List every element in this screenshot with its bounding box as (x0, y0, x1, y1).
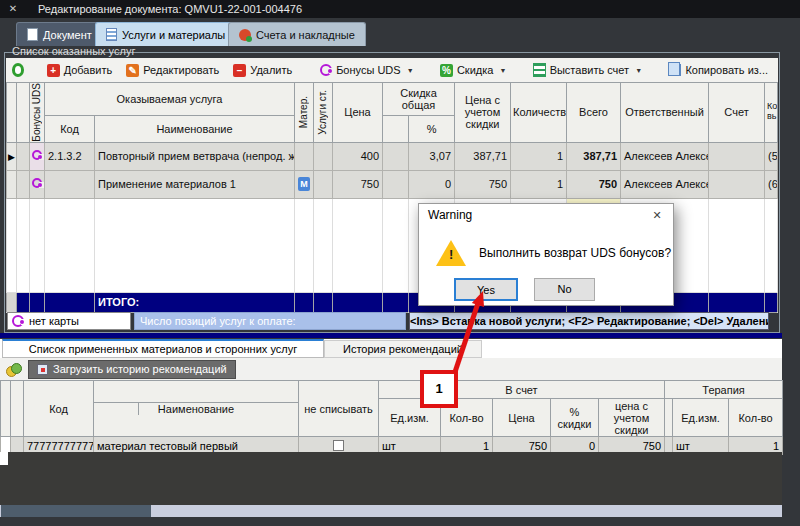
delete-label: Удалить (250, 64, 292, 76)
col-header-code[interactable]: Код (24, 381, 94, 437)
col-header-discount-pct[interactable]: % скидки (551, 399, 599, 437)
service-code (45, 170, 95, 198)
tab-document[interactable]: Документ (16, 22, 103, 46)
card-status: нет карты (7, 312, 131, 330)
col-header-price-discounted[interactable]: Цена с учетом скидки (455, 83, 511, 143)
col-header-responsible[interactable]: Ответственный (621, 83, 709, 143)
issue-invoice-label: Выставить счет (550, 64, 630, 76)
col-header-uds-bonuses[interactable]: Бонусы UDS (30, 83, 45, 143)
no-writeoff-checkbox[interactable] (333, 440, 344, 451)
material-icon: М (298, 177, 310, 191)
add-label: Добавить (64, 64, 113, 76)
service-row-1[interactable]: ▶ 2.1.3.2 Повторный прием ветврача (непр… (7, 142, 778, 170)
window-close-icon[interactable]: ✕ (2, 1, 24, 17)
col-header-name[interactable]: Наименование (95, 116, 295, 143)
add-button[interactable]: + Добавить (43, 62, 117, 79)
tab-recommendation-history[interactable]: История рекомендаций (324, 340, 482, 358)
col-header-total[interactable]: Всего (567, 83, 621, 143)
service-discount-pct: 0 (409, 170, 455, 198)
uds-icon (12, 315, 24, 327)
tab-invoices-label: Счета и накладные (256, 29, 355, 41)
current-row-marker: ▶ (8, 152, 15, 162)
service-qty: 1 (511, 170, 567, 198)
tab-invoices[interactable]: Счета и накладные (228, 22, 366, 46)
tab-services-label: Услуги и материалы (122, 29, 225, 41)
materials-table: Код Наименование не списывать В счет Тер… (0, 380, 783, 455)
materials-panel: Список примененных материалов и сторонни… (0, 339, 782, 505)
invoice-grid-icon (533, 63, 546, 77)
materials-toolbar: Загрузить историю рекомендаций (0, 358, 782, 380)
uds-label: Бонусы UDS (336, 64, 400, 76)
service-discount (383, 142, 409, 170)
chevron-down-icon: ▼ (635, 67, 642, 74)
services-toolbar: + Добавить ✎ Редактировать − Удалить Бон… (6, 58, 778, 82)
col-header-price[interactable]: Цена (493, 399, 551, 437)
uds-icon (32, 178, 42, 188)
copy-icon (671, 64, 681, 76)
service-responsible: Алексеев Алексей Васильевич (621, 170, 709, 198)
col-header-account[interactable]: Счет (709, 83, 765, 143)
service-tail: (54 (765, 142, 778, 170)
service-total: 387,71 (567, 142, 621, 170)
window-titlebar: ✕ Редактирование документа: QMVU1-22-001… (0, 0, 800, 18)
col-header-qty[interactable]: Количество (511, 83, 567, 143)
positions-to-pay-field: Число позиций услуг к оплате: (134, 312, 406, 330)
service-price-discounted: 387,71 (455, 142, 511, 170)
no-button[interactable]: No (534, 278, 595, 301)
service-name[interactable]: Повторный прием ветврача (непрод. жив-е)… (95, 142, 295, 170)
name-subsplit (94, 402, 298, 415)
uds-icon (320, 64, 332, 76)
tab-document-label: Документ (43, 29, 92, 41)
col-group-service[interactable]: Оказываемая услуга (45, 83, 295, 116)
col-header-discount-abs[interactable] (383, 116, 409, 143)
annotation-step-box: 1 (420, 370, 458, 408)
service-discount-pct: 3,07 (409, 142, 455, 170)
col-header-therapy-qty[interactable]: Кол-во (729, 399, 783, 437)
service-discount (383, 170, 409, 198)
row-selector-header (7, 83, 17, 143)
col-header-price[interactable]: Цена (333, 83, 383, 143)
tab-applied-materials[interactable]: Список примененных материалов и сторонни… (2, 339, 324, 358)
issue-invoice-dropdown[interactable]: Выставить счет ▼ (529, 61, 646, 79)
coins-icon[interactable] (6, 363, 20, 376)
copy-from-button[interactable]: Копировать из... (664, 62, 772, 78)
col-header-services-st[interactable]: Услуги ст. (314, 83, 333, 143)
chevron-down-icon: ▼ (499, 67, 506, 74)
discount-dropdown[interactable]: % Скидка ▼ (436, 62, 510, 79)
delete-button[interactable]: − Удалить (229, 62, 296, 79)
scrollbar-thumb[interactable] (1, 505, 151, 517)
invoices-icon (239, 29, 251, 41)
col-group-discount[interactable]: Скидка общая (383, 83, 455, 116)
panel-splitter[interactable] (0, 333, 782, 338)
col-header-material[interactable]: Матер. (295, 83, 314, 143)
col-header-discount-pct[interactable]: % (409, 116, 455, 143)
yes-button[interactable]: Yes (454, 278, 518, 301)
add-icon: + (47, 64, 60, 77)
horizontal-scrollbar[interactable] (0, 505, 782, 517)
copy-from-label: Копировать из... (685, 64, 768, 76)
services-icon (106, 28, 117, 41)
service-responsible: Алексеев Алексей Васильевич (621, 142, 709, 170)
col-header-no-writeoff[interactable]: не списывать (299, 381, 379, 437)
refresh-icon[interactable] (12, 63, 24, 77)
load-history-button[interactable]: Загрузить историю рекомендаций (28, 360, 236, 379)
warning-dialog: Warning ✕ ! Выполнить возврат UDS бонусо… (418, 203, 674, 306)
service-name[interactable]: Применение материалов 1 (95, 170, 295, 198)
col-header-price-discounted[interactable]: цена с учетом скидки (599, 399, 665, 437)
service-row-2[interactable]: Применение материалов 1 М 750 0 750 1 75… (7, 170, 778, 198)
app-window: ✕ Редактирование документа: QMVU1-22-001… (0, 0, 800, 526)
dialog-close-icon[interactable]: ✕ (641, 204, 673, 226)
col-header-therapy-unit[interactable]: Ед.изм. (673, 399, 729, 437)
edit-button[interactable]: ✎ Редактировать (122, 62, 223, 79)
dialog-message: Выполнить возврат UDS бонусов? (479, 246, 671, 260)
tab-services-materials[interactable]: Услуги и материалы (95, 22, 236, 46)
total-label: ИТОГО: (95, 292, 295, 312)
edit-icon: ✎ (126, 64, 139, 77)
col-header-name[interactable]: Наименование (94, 381, 299, 437)
col-group-therapy[interactable]: Терапия (665, 381, 783, 399)
chevron-down-icon: ▼ (407, 67, 414, 74)
col-header-clipped: Ко вь (765, 83, 778, 143)
discount-label: Скидка (457, 64, 494, 76)
uds-bonus-dropdown[interactable]: Бонусы UDS ▼ (316, 62, 417, 78)
col-header-code[interactable]: Код (45, 116, 95, 143)
